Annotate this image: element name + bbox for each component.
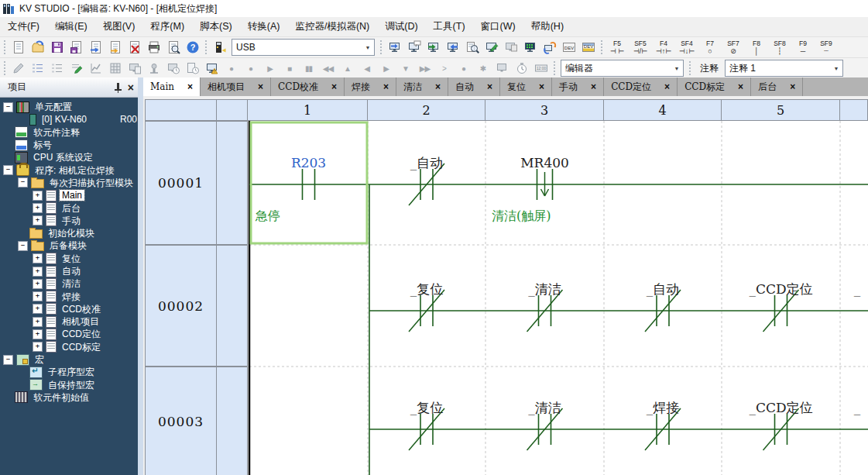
tab-close-icon[interactable]: × xyxy=(738,81,743,92)
tree-item-CCD标定[interactable]: +CCD标定 xyxy=(0,341,138,353)
tree-item-宏[interactable]: −宏 xyxy=(0,353,138,366)
collapse-icon[interactable]: − xyxy=(18,241,28,251)
instruction-button-SF4[interactable]: SF4⊣↓⊢ xyxy=(675,37,698,57)
comment-combobox[interactable]: 注释 1 ▼ xyxy=(725,60,843,77)
import-file-icon[interactable] xyxy=(86,38,105,57)
menu-item[interactable]: 窗口(W) xyxy=(473,18,523,36)
tree-item-标号[interactable]: 标号 xyxy=(0,139,138,151)
dev-read-icon[interactable]: DEV xyxy=(559,38,578,57)
sim-step-up-icon[interactable]: ▲ xyxy=(338,59,357,77)
tab-close-icon[interactable]: × xyxy=(591,81,596,92)
tree-item-焊接[interactable]: +焊接 xyxy=(0,290,138,302)
instruction-button-SF7[interactable]: SF7⊘ xyxy=(722,37,745,57)
print-preview-icon[interactable] xyxy=(163,38,183,57)
tab-手动[interactable]: 手动× xyxy=(552,77,604,96)
instruction-button-F5[interactable]: F5⊣ ⊢ xyxy=(606,37,629,57)
instruction-button-F9[interactable]: F9─ xyxy=(791,37,815,57)
instruction-button-SF8[interactable]: SF8┆ xyxy=(768,37,791,57)
tree-item-单元配置[interactable]: −单元配置 xyxy=(0,101,138,113)
menu-item[interactable]: 帮助(H) xyxy=(523,18,571,36)
expand-icon[interactable]: + xyxy=(33,329,43,339)
menu-item[interactable]: 脚本(S) xyxy=(192,18,240,36)
tab-close-icon[interactable]: × xyxy=(187,81,193,92)
chart-icon[interactable] xyxy=(86,59,105,77)
tab-焊接[interactable]: 焊接× xyxy=(345,77,396,96)
tree-item-软元件注释[interactable]: 软元件注释 xyxy=(0,126,138,139)
device-list2-icon[interactable] xyxy=(47,59,67,77)
rung-number[interactable]: 00003 xyxy=(145,367,217,475)
tree-item-初始化模块[interactable]: 初始化模块 xyxy=(0,227,138,239)
tree-item-CPU 系统设定[interactable]: CPU 系统设定 xyxy=(0,151,138,163)
sim-stop-at-icon[interactable]: ● xyxy=(454,59,473,77)
menu-item[interactable]: 转换(A) xyxy=(240,18,288,36)
tab-close-icon[interactable]: × xyxy=(258,81,263,92)
collapse-icon[interactable]: − xyxy=(18,177,28,188)
menu-item[interactable]: 编辑(E) xyxy=(47,18,95,36)
editor-combobox[interactable]: 编辑器 ▼ xyxy=(561,60,684,77)
tree-item-[0] KV-N60[interactable]: [0] KV-N60R00 xyxy=(0,113,138,126)
tree-item-软元件初始值[interactable]: 软元件初始值 xyxy=(0,391,138,404)
plc-transfer-icon[interactable] xyxy=(210,38,229,57)
menu-item[interactable]: 视图(V) xyxy=(95,18,143,36)
expand-icon[interactable]: + xyxy=(33,317,43,327)
sim-play-icon[interactable]: ▶ xyxy=(260,59,280,77)
help-icon[interactable]: ? xyxy=(183,38,202,57)
tab-相机项目[interactable]: 相机项目× xyxy=(201,77,271,96)
monitor-comment-icon[interactable] xyxy=(404,38,424,57)
monitor-edit-icon[interactable] xyxy=(482,38,501,57)
close-icon[interactable]: × xyxy=(128,83,134,92)
screen-timer-icon[interactable] xyxy=(163,59,183,77)
sim-skip-forward-icon[interactable]: ▶▶ xyxy=(415,59,434,77)
expand-icon[interactable]: + xyxy=(33,291,43,301)
tab-close-icon[interactable]: × xyxy=(331,81,337,92)
edit-pencil-icon[interactable] xyxy=(9,59,28,77)
transfer-to-plc-icon[interactable] xyxy=(424,38,443,57)
tab-close-icon[interactable]: × xyxy=(664,81,670,92)
tab-后台[interactable]: 后台× xyxy=(751,77,803,96)
instruction-button-SF9[interactable]: SF9┈ xyxy=(815,37,838,57)
menu-item[interactable]: 工具(T) xyxy=(426,18,473,36)
collapse-icon[interactable]: − xyxy=(3,165,13,175)
open-project-icon[interactable] xyxy=(28,38,47,57)
tab-close-icon[interactable]: × xyxy=(539,81,544,92)
toolbar-grip[interactable] xyxy=(554,61,555,75)
monitor-sim-icon[interactable] xyxy=(501,38,520,57)
tab-close-icon[interactable]: × xyxy=(383,81,389,92)
dev-write-icon[interactable]: DEV xyxy=(578,38,598,57)
device-grid-icon[interactable] xyxy=(105,59,125,77)
expand-icon[interactable]: + xyxy=(33,342,43,352)
toolbar-grip[interactable] xyxy=(4,40,5,54)
pin-icon[interactable] xyxy=(115,83,122,92)
device-list-icon[interactable] xyxy=(28,59,47,77)
expand-icon[interactable]: + xyxy=(33,279,43,289)
menu-item[interactable]: 调试(D) xyxy=(377,18,425,36)
sim-pause-icon[interactable]: ▮▮ xyxy=(299,59,318,77)
sim-step-down-icon[interactable]: ▼ xyxy=(396,59,415,77)
expand-icon[interactable]: + xyxy=(33,304,43,314)
menu-item[interactable]: 程序(M) xyxy=(142,18,192,36)
sim-record-icon[interactable]: ● xyxy=(221,59,241,77)
tree-item-后备模块[interactable]: −后备模块 xyxy=(0,239,138,252)
expand-icon[interactable]: + xyxy=(33,191,43,201)
tree-item-CCD校准[interactable]: +CCD校准 xyxy=(0,303,138,315)
doc-timer-icon[interactable] xyxy=(183,59,202,77)
instruction-button-SF5[interactable]: SF5⊣/⊢ xyxy=(629,37,652,57)
tree-item-每次扫描执行型模块[interactable]: −每次扫描执行型模块 xyxy=(0,177,138,189)
expand-icon[interactable]: + xyxy=(33,253,43,263)
rung-number[interactable]: 00002 xyxy=(145,245,217,367)
screen-warning-icon[interactable]: ! xyxy=(202,59,221,77)
sim-timer-icon[interactable] xyxy=(512,59,531,77)
new-file-icon[interactable] xyxy=(9,38,28,57)
tree-item-程序: 相机定位焊接[interactable]: −程序: 相机定位焊接 xyxy=(0,163,138,176)
sim-step-forward-icon[interactable]: ▶ xyxy=(376,59,396,77)
instruction-button-F7[interactable]: F7○ xyxy=(698,37,722,57)
doc-monitor-icon[interactable] xyxy=(125,59,144,77)
tab-close-icon[interactable]: × xyxy=(487,81,492,92)
save-file-icon[interactable] xyxy=(67,38,86,57)
usb-combobox[interactable]: USB ▼ xyxy=(232,39,375,56)
tree-item-自动[interactable]: +自动 xyxy=(0,265,138,277)
expand-icon[interactable]: + xyxy=(33,267,43,277)
print-icon[interactable] xyxy=(144,38,163,57)
toolbar-grip[interactable] xyxy=(601,40,602,54)
sim-pause-input-icon[interactable]: ✱ xyxy=(473,59,492,77)
